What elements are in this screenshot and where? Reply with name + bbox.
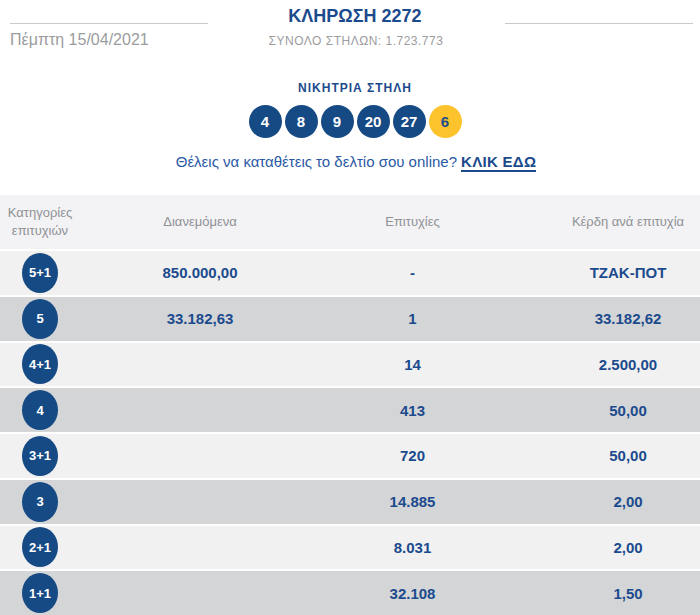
winning-number-ball: 20 (357, 105, 390, 138)
table-header-row: Κατηγορίες επιτυχιών Διανεμόμενα Επιτυχί… (0, 195, 700, 249)
table-row: 4 413 50,00 (0, 386, 700, 432)
header-categories: Κατηγορίες επιτυχιών (0, 204, 80, 239)
online-prompt: Θέλεις να καταθέτεις το δελτίο σου onlin… (0, 153, 700, 170)
prize-value: 2,00 (505, 539, 700, 556)
winning-number-ball: 8 (285, 105, 318, 138)
category-badge: 5+1 (22, 253, 58, 293)
header-distributed: Διανεμόμενα (80, 213, 320, 231)
online-link[interactable]: ΚΛΙΚ ΕΔΩ (461, 153, 536, 172)
distributed-value: 33.182,63 (80, 310, 320, 327)
total-columns-label: ΣΥΝΟΛΟ ΣΤΗΛΩΝ: 1.723.773 (0, 34, 700, 48)
winning-column-label: ΝΙΚΗΤΡΙΑ ΣΤΗΛΗ (0, 81, 700, 95)
category-badge: 5 (22, 299, 58, 339)
bonus-number-ball: 6 (429, 105, 462, 138)
header-wins: Επιτυχίες (320, 213, 505, 231)
category-badge: 4+1 (22, 344, 58, 384)
prize-value: ΤΖΑΚ-ΠΟΤ (505, 264, 700, 281)
distributed-value: 850.000,00 (80, 264, 320, 281)
table-body: 5+1 850.000,00 - ΤΖΑΚ-ΠΟΤ 5 33.182,63 1 … (0, 249, 700, 615)
category-badge: 1+1 (22, 573, 58, 613)
wins-value: 14.885 (320, 493, 505, 510)
prize-value: 33.182,62 (505, 310, 700, 327)
winning-number-ball: 9 (321, 105, 354, 138)
winning-numbers-row: 4 8 9 20 27 6 (0, 105, 700, 138)
results-table: Κατηγορίες επιτυχιών Διανεμόμενα Επιτυχί… (0, 195, 700, 615)
category-badge: 4 (22, 390, 58, 430)
table-row: 2+1 8.031 2,00 (0, 524, 700, 570)
table-row: 4+1 14 2.500,00 (0, 341, 700, 387)
wins-value: 14 (320, 356, 505, 373)
winning-number-ball: 27 (393, 105, 426, 138)
prize-value: 1,50 (505, 585, 700, 602)
category-badge: 3 (22, 482, 58, 522)
joker-results-page: ΚΛΗΡΩΣΗ 2272 Πέμπτη 15/04/2021 ΣΥΝΟΛΟ ΣΤ… (0, 0, 700, 615)
table-row: 3+1 720 50,00 (0, 432, 700, 478)
wins-value: 32.108 (320, 585, 505, 602)
online-question: Θέλεις να καταθέτεις το δελτίο σου onlin… (176, 153, 457, 170)
wins-value: 720 (320, 447, 505, 464)
prize-value: 2,00 (505, 493, 700, 510)
table-row: 5 33.182,63 1 33.182,62 (0, 295, 700, 341)
table-row: 5+1 850.000,00 - ΤΖΑΚ-ΠΟΤ (0, 249, 700, 295)
wins-value: 8.031 (320, 539, 505, 556)
wins-value: - (320, 264, 505, 281)
category-badge: 2+1 (22, 527, 58, 567)
header-prize-per-win: Κέρδη ανά επιτυχία (505, 213, 700, 231)
winning-number-ball: 4 (249, 105, 282, 138)
draw-title: ΚΛΗΡΩΣΗ 2272 (0, 6, 700, 27)
prize-value: 50,00 (505, 402, 700, 419)
prize-value: 2.500,00 (505, 356, 700, 373)
wins-value: 1 (320, 310, 505, 327)
table-row: 1+1 32.108 1,50 (0, 569, 700, 615)
prize-value: 50,00 (505, 447, 700, 464)
wins-value: 413 (320, 402, 505, 419)
category-badge: 3+1 (22, 436, 58, 476)
table-row: 3 14.885 2,00 (0, 478, 700, 524)
